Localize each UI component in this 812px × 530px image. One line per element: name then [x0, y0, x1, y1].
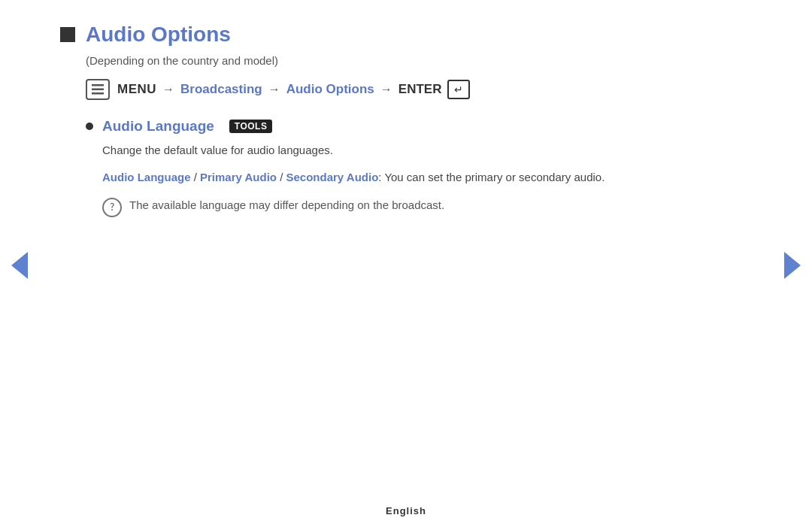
- slash-1: /: [191, 171, 201, 183]
- tools-badge: TOOLS: [229, 120, 273, 133]
- audio-language-link[interactable]: Audio Language: [102, 171, 191, 183]
- nav-left-button[interactable]: [11, 252, 28, 279]
- arrow-3: →: [380, 83, 392, 96]
- secondary-audio-link[interactable]: Secondary Audio: [286, 171, 379, 183]
- options-suffix: : You can set the primary or secondary a…: [378, 171, 604, 183]
- bullet-dot-icon: [86, 123, 93, 130]
- enter-icon: ↵: [447, 80, 470, 99]
- title-square-icon: [60, 27, 75, 42]
- description-text: Change the default value for audio langu…: [102, 142, 752, 159]
- note-icon: [102, 198, 122, 217]
- svg-rect-2: [92, 92, 104, 95]
- audio-language-row: Audio Language TOOLS: [86, 118, 752, 135]
- page-title: Audio Options: [86, 23, 231, 47]
- footer-text: English: [386, 505, 426, 516]
- primary-audio-link[interactable]: Primary Audio: [200, 171, 277, 183]
- slash-2: /: [277, 171, 286, 183]
- page-container: Audio Options (Depending on the country …: [0, 0, 812, 530]
- arrow-1: →: [162, 83, 174, 96]
- svg-rect-1: [92, 89, 104, 91]
- menu-icon: [86, 79, 110, 100]
- audio-options-line: Audio Language / Primary Audio / Seconda…: [102, 168, 752, 186]
- arrow-2: →: [268, 83, 280, 96]
- note-row: The available language may differ depend…: [102, 197, 752, 217]
- note-text: The available language may differ depend…: [129, 197, 444, 214]
- audio-options-link[interactable]: Audio Options: [286, 82, 374, 97]
- subtitle-text: (Depending on the country and model): [86, 54, 752, 67]
- enter-label: ENTER: [398, 82, 442, 97]
- svg-point-3: [111, 209, 113, 210]
- nav-right-button[interactable]: [784, 252, 801, 279]
- menu-label: MENU: [117, 82, 156, 97]
- svg-rect-0: [92, 84, 104, 86]
- audio-language-title: Audio Language: [102, 118, 214, 135]
- broadcasting-link[interactable]: Broadcasting: [180, 82, 262, 97]
- bullet-section: Audio Language TOOLS Change the default …: [86, 118, 752, 217]
- title-row: Audio Options: [60, 23, 752, 47]
- breadcrumb: MENU → Broadcasting → Audio Options → EN…: [86, 79, 752, 100]
